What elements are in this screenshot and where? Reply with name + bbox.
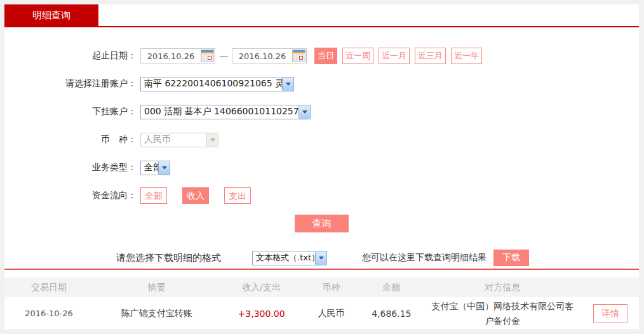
cell-summary: 陈广锦支付宝转账	[93, 308, 220, 319]
sub-account-row: 下挂账户： 000 活期 基本户 1406600101102571848	[4, 104, 639, 120]
calendar-icon[interactable]	[201, 50, 214, 62]
content-panel: 明细查询 起止日期： 2016.10.26 — 2016.10.26 当日 近一…	[4, 4, 639, 330]
cell-action: 详情	[582, 304, 639, 323]
start-date-value: 2016.10.26	[141, 51, 201, 61]
calendar-icon[interactable]	[292, 50, 305, 62]
fund-flow-buttons: 全部 收入 支出	[140, 187, 263, 204]
sub-account-label: 下挂账户：	[4, 106, 137, 117]
sub-account-select[interactable]: 000 活期 基本户 1406600101102571848	[140, 105, 311, 119]
registered-account-label: 请选择注册账户：	[4, 78, 137, 90]
cell-transaction-date: 2016-10-26	[4, 309, 93, 318]
tab-bar: 明细查询	[4, 4, 639, 27]
table-header-row: 交易日期 摘要 收入/支出 币种 余额 对方信息	[4, 277, 639, 297]
cell-counterparty: 支付宝（中国）网络技术有限公司客户备付金	[423, 299, 582, 328]
registered-account-select[interactable]: 南平 6222001406100921065 灵通卡	[140, 77, 294, 91]
date-range-row: 起止日期： 2016.10.26 — 2016.10.26 当日 近一周 近一月…	[4, 48, 639, 64]
quick-range-month-button[interactable]: 近一月	[379, 48, 410, 64]
header-summary: 摘要	[93, 282, 220, 293]
results-table: 交易日期 摘要 收入/支出 币种 余额 对方信息 2016-10-26 陈广锦支…	[4, 277, 639, 330]
chevron-down-icon	[282, 77, 293, 91]
quick-range-year-button[interactable]: 近一年	[451, 48, 482, 64]
cell-amount: +3,300.00	[220, 309, 303, 319]
download-row: 请您选择下载明细的格式 文本格式（.txt） 您可以在这里下载查询明细结果 下载	[4, 250, 639, 266]
query-form: 起止日期： 2016.10.26 — 2016.10.26 当日 近一周 近一月…	[4, 27, 639, 270]
detail-query-page: 明细查询 起止日期： 2016.10.26 — 2016.10.26 当日 近一…	[0, 0, 644, 334]
download-format-label: 请您选择下载明细的格式	[116, 252, 252, 264]
detail-button[interactable]: 详情	[593, 304, 627, 323]
cell-currency: 人民币	[303, 308, 360, 319]
fund-flow-row: 资金流向： 全部 收入 支出	[4, 187, 639, 204]
flow-income-button[interactable]: 收入	[182, 187, 209, 204]
download-button[interactable]: 下载	[493, 250, 529, 266]
download-format-select[interactable]: 文本格式（.txt）	[252, 251, 327, 265]
cell-balance: 4,686.15	[359, 309, 423, 319]
header-balance: 余额	[359, 282, 423, 293]
business-type-value: 全部	[141, 162, 158, 173]
chevron-down-icon	[206, 133, 218, 147]
business-type-select[interactable]: 全部	[140, 161, 170, 175]
quick-range-today-button[interactable]: 当日	[314, 48, 337, 64]
quick-range-3months-button[interactable]: 近三月	[415, 48, 446, 64]
date-range-label: 起止日期：	[4, 50, 137, 62]
download-hint: 您可以在这里下载查询明细结果	[362, 252, 486, 264]
chevron-down-icon	[158, 161, 170, 175]
registered-account-value: 南平 6222001406100921065 灵通卡	[141, 78, 282, 90]
currency-select: 人民币	[140, 133, 218, 147]
currency-value: 人民币	[141, 134, 206, 145]
flow-all-button[interactable]: 全部	[140, 187, 167, 204]
currency-row: 币 种： 人民币	[4, 131, 639, 148]
business-type-row: 业务类型： 全部	[4, 159, 639, 176]
chevron-down-icon	[315, 251, 326, 265]
quick-range-week-button[interactable]: 近一周	[342, 48, 373, 64]
date-separator: —	[219, 51, 228, 61]
header-counterparty: 对方信息	[423, 280, 582, 294]
header-currency: 币种	[303, 282, 360, 293]
tab-detail-query[interactable]: 明细查询	[4, 4, 98, 26]
end-date-input[interactable]: 2016.10.26	[232, 48, 307, 63]
header-transaction-date: 交易日期	[4, 282, 93, 293]
header-income-expense: 收入/支出	[220, 282, 303, 293]
flow-expense-button[interactable]: 支出	[224, 187, 251, 204]
download-format-value: 文本格式（.txt）	[253, 252, 315, 264]
chevron-down-icon	[299, 105, 310, 119]
fund-flow-label: 资金流向：	[4, 190, 137, 201]
business-type-label: 业务类型：	[4, 162, 137, 173]
start-date-input[interactable]: 2016.10.26	[140, 48, 215, 63]
table-row: 2016-10-26 陈广锦支付宝转账 +3,300.00 人民币 4,686.…	[4, 297, 639, 330]
registered-account-row: 请选择注册账户： 南平 6222001406100921065 灵通卡	[4, 76, 639, 92]
currency-label: 币 种：	[4, 134, 137, 145]
query-button[interactable]: 查询	[295, 215, 349, 232]
end-date-value: 2016.10.26	[232, 51, 292, 61]
sub-account-value: 000 活期 基本户 1406600101102571848	[141, 106, 299, 117]
